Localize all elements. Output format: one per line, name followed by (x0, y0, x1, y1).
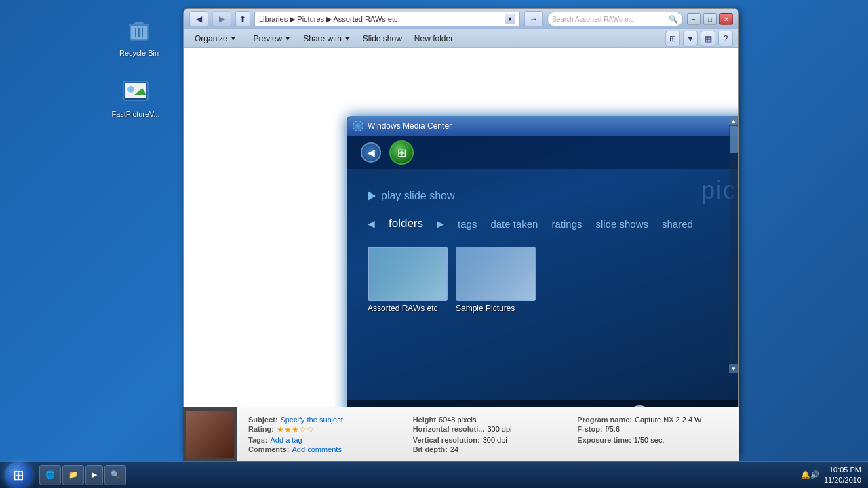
tab-folders[interactable]: folders (389, 214, 423, 233)
search-icon: 🔍 (669, 15, 678, 24)
scroll-up-button[interactable]: ▲ (729, 116, 738, 125)
maximize-button[interactable]: □ (703, 13, 717, 25)
wmc-icon (353, 121, 363, 131)
tab-arrow-left[interactable]: ◀ (368, 218, 375, 229)
bitdepth-label: Bit depth: (413, 445, 448, 453)
address-bar[interactable]: Libraries ▶ Pictures ▶ Assorted RAWs etc… (254, 12, 520, 26)
tab-date-taken[interactable]: date taken (490, 216, 538, 232)
info-subject: Subject: Specify the subject (248, 415, 399, 424)
desktop-icon-fast-picture[interactable]: FastPictureV... (108, 75, 163, 118)
folder-thumb-sample (456, 247, 536, 301)
folder-sample-pictures[interactable]: Sample Pictures (456, 247, 536, 313)
wmc-folders: Assorted RAWs etc Sample Pictures (368, 247, 738, 313)
wmc-content: picture library play slide show ◀ folder… (347, 169, 738, 400)
rating-label: Rating: (248, 425, 274, 434)
explorer-titlebar: ◀ ▶ ⬆ Libraries ▶ Pictures ▶ Assorted RA… (184, 9, 738, 29)
explorer-content: Windows Media Center − □ ✕ ◀ ⊞ picture l… (184, 48, 738, 455)
organize-menu[interactable]: Organize▼ (189, 31, 242, 46)
preview-menu[interactable]: Preview▼ (248, 31, 297, 46)
info-exposure: Exposure time: 1/50 sec. (577, 436, 728, 444)
recycle-bin-icon (123, 14, 155, 46)
wmc-tabs: ◀ folders ▶ tags date taken ratings slid… (368, 214, 738, 233)
fast-picture-icon (119, 75, 152, 107)
taskbar-explorer[interactable]: 📁 (62, 465, 84, 485)
taskbar-media[interactable]: ▶ (85, 465, 103, 485)
height-label: Height (413, 415, 436, 424)
comments-value[interactable]: Add comments (292, 445, 342, 453)
wmc-window: Windows Media Center − □ ✕ ◀ ⊞ picture l… (347, 116, 738, 434)
subject-value[interactable]: Specify the subject (280, 415, 342, 424)
wmc-body: ◀ ⊞ picture library play slide show ◀ fo… (347, 136, 738, 434)
tags-value[interactable]: Add a tag (271, 436, 302, 444)
tab-shared[interactable]: shared (662, 216, 693, 232)
start-button[interactable]: ⊞ (0, 462, 37, 489)
folder-assorted-raws[interactable]: Assorted RAWs etc (368, 247, 448, 313)
back-button[interactable]: ◀ (189, 11, 208, 27)
tab-slide-shows[interactable]: slide shows (595, 216, 648, 232)
start-orb: ⊞ (5, 462, 32, 489)
rating-stars[interactable]: ★★★☆☆ (277, 425, 314, 434)
fast-picture-label: FastPictureV... (111, 110, 159, 118)
tab-tags[interactable]: tags (458, 216, 477, 232)
info-hres: Horizontal resoluti... 300 dpi (413, 425, 564, 434)
view-icons-button[interactable]: ⊞ (665, 30, 680, 47)
svg-point-8 (127, 86, 134, 93)
explorer-window: ◀ ▶ ⬆ Libraries ▶ Pictures ▶ Assorted RA… (183, 8, 739, 455)
wmc-nav: ◀ ⊞ (347, 136, 738, 169)
go-button[interactable]: → (524, 11, 543, 27)
info-comments: Comments: Add comments (248, 445, 399, 453)
scroll-track[interactable] (729, 125, 738, 364)
side-scrollbar[interactable]: ▲ ▼ (729, 116, 738, 373)
window-controls: − □ ✕ (687, 13, 733, 25)
taskbar-tray: 🔔🔊 10:05 PM 11/20/2010 (794, 465, 868, 485)
desktop-icon-recycle-bin[interactable]: Recycle Bin (112, 14, 166, 57)
hres-value: 300 dpi (487, 425, 511, 434)
height-value: 6048 pixels (439, 415, 477, 424)
search2-icon: 🔍 (111, 470, 120, 479)
exposure-label: Exposure time: (577, 436, 631, 444)
taskbar-search[interactable]: 🔍 (104, 465, 126, 485)
taskbar-clock: 10:05 PM 11/20/2010 (824, 465, 861, 485)
subject-label: Subject: (248, 415, 277, 424)
slideshow-menu[interactable]: Slide show (357, 31, 408, 46)
scroll-down-button[interactable]: ▼ (729, 364, 738, 373)
taskbar-ie[interactable]: 🌐 (39, 465, 61, 485)
search-placeholder: Search Assorted RAWs etc (552, 16, 633, 23)
clock-time: 10:05 PM (824, 465, 861, 474)
info-rating: Rating: ★★★☆☆ (248, 425, 399, 434)
tab-ratings[interactable]: ratings (551, 216, 582, 232)
folder-label-sample: Sample Pictures (456, 304, 536, 313)
up-button[interactable]: ⬆ (235, 11, 250, 27)
bitdepth-value: 24 (450, 445, 458, 453)
folder-thumb-assorted (368, 247, 448, 301)
close-button[interactable]: ✕ (719, 13, 733, 25)
fstop-value: f/5.6 (606, 425, 620, 434)
scroll-thumb[interactable] (730, 126, 738, 153)
minimize-button[interactable]: − (687, 13, 701, 25)
help-button[interactable]: ? (718, 30, 733, 47)
program-label: Program name: (577, 415, 632, 424)
vres-label: Vertical resolution: (413, 436, 480, 444)
wmc-logo-button[interactable]: ⊞ (389, 140, 414, 165)
share-menu[interactable]: Share with▼ (298, 31, 356, 46)
fstop-label: F-stop: (577, 425, 602, 434)
play-slideshow-button[interactable]: play slide show (368, 190, 738, 202)
play-triangle-icon (368, 191, 376, 201)
search-bar[interactable]: Search Assorted RAWs etc 🔍 (547, 12, 683, 26)
taskbar: ⊞ 🌐 📁 ▶ 🔍 🔔🔊 10:05 PM 11/20/2010 (0, 461, 868, 488)
tags-label: Tags: (248, 436, 268, 444)
desktop: Recycle Bin FastPictureV... ◀ ▶ ⬆ Librar… (0, 0, 868, 488)
info-bitdepth: Bit depth: 24 (413, 445, 564, 453)
forward-button[interactable]: ▶ (212, 11, 231, 27)
tab-arrow-right[interactable]: ▶ (437, 218, 444, 229)
address-dropdown[interactable]: ▼ (505, 14, 515, 24)
hres-label: Horizontal resoluti... (413, 425, 485, 434)
exposure-value: 1/50 sec. (634, 436, 665, 444)
info-vres: Vertical resolution: 300 dpi (413, 436, 564, 444)
preview-pane-button[interactable]: ▦ (701, 30, 715, 47)
comments-label: Comments: (248, 445, 290, 453)
new-folder-menu[interactable]: New folder (409, 31, 458, 46)
play-slideshow-text: play slide show (381, 190, 455, 202)
wmc-back-button[interactable]: ◀ (361, 142, 381, 163)
view-dropdown-button[interactable]: ▼ (683, 30, 698, 47)
